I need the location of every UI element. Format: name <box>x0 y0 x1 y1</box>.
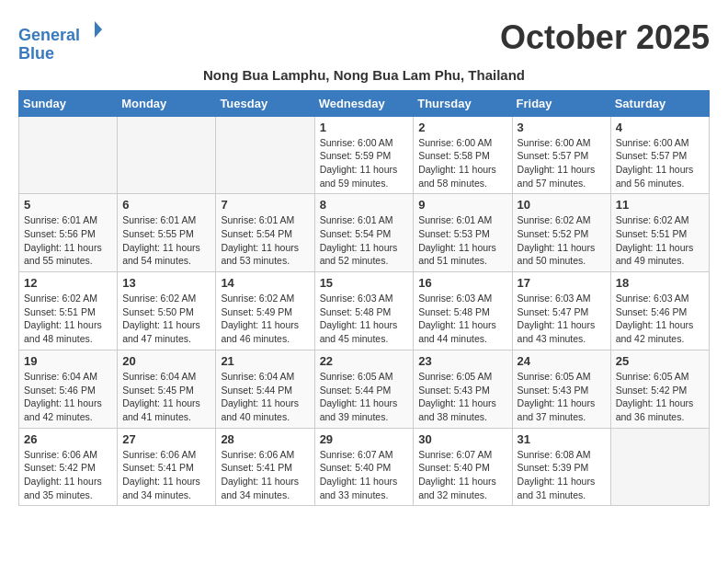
day-info: Sunrise: 6:00 AM Sunset: 5:57 PM Dayligh… <box>616 136 704 190</box>
calendar-cell: 11Sunrise: 6:02 AM Sunset: 5:51 PM Dayli… <box>610 194 709 272</box>
calendar-cell: 21Sunrise: 6:04 AM Sunset: 5:44 PM Dayli… <box>216 350 314 428</box>
day-number: 31 <box>518 432 606 446</box>
day-number: 14 <box>221 276 309 290</box>
day-number: 24 <box>518 354 606 368</box>
day-number: 22 <box>320 354 409 368</box>
day-info: Sunrise: 6:02 AM Sunset: 5:49 PM Dayligh… <box>221 292 309 346</box>
logo-line1: General <box>18 26 80 44</box>
day-info: Sunrise: 6:01 AM Sunset: 5:53 PM Dayligh… <box>418 213 506 268</box>
calendar-cell: 22Sunrise: 6:05 AM Sunset: 5:44 PM Dayli… <box>314 350 414 428</box>
weekday-header-row: SundayMondayTuesdayWednesdayThursdayFrid… <box>19 90 710 116</box>
logo-icon <box>82 18 104 40</box>
weekday-header-cell: Sunday <box>19 90 118 116</box>
calendar-body: 1Sunrise: 6:00 AM Sunset: 5:59 PM Daylig… <box>19 116 710 506</box>
calendar-cell: 8Sunrise: 6:01 AM Sunset: 5:54 PM Daylig… <box>314 194 414 272</box>
calendar-cell: 25Sunrise: 6:05 AM Sunset: 5:42 PM Dayli… <box>610 350 709 428</box>
calendar-table: SundayMondayTuesdayWednesdayThursdayFrid… <box>18 90 710 507</box>
day-info: Sunrise: 6:07 AM Sunset: 5:40 PM Dayligh… <box>418 448 506 502</box>
calendar-week-row: 12Sunrise: 6:02 AM Sunset: 5:51 PM Dayli… <box>19 272 710 350</box>
calendar-week-row: 19Sunrise: 6:04 AM Sunset: 5:46 PM Dayli… <box>19 350 710 428</box>
calendar-cell: 17Sunrise: 6:03 AM Sunset: 5:47 PM Dayli… <box>512 272 610 350</box>
calendar-cell: 7Sunrise: 6:01 AM Sunset: 5:54 PM Daylig… <box>216 194 314 272</box>
calendar-cell <box>19 116 118 194</box>
day-info: Sunrise: 6:02 AM Sunset: 5:51 PM Dayligh… <box>616 213 704 268</box>
calendar-cell: 30Sunrise: 6:07 AM Sunset: 5:40 PM Dayli… <box>414 428 512 506</box>
day-number: 3 <box>518 121 606 134</box>
page-header: General Blue October 2025 <box>18 18 710 63</box>
calendar-week-row: 26Sunrise: 6:06 AM Sunset: 5:42 PM Dayli… <box>19 428 710 506</box>
day-number: 5 <box>24 198 112 212</box>
calendar-cell: 4Sunrise: 6:00 AM Sunset: 5:57 PM Daylig… <box>610 116 709 194</box>
day-number: 20 <box>122 354 210 368</box>
day-number: 13 <box>122 276 210 290</box>
day-info: Sunrise: 6:03 AM Sunset: 5:47 PM Dayligh… <box>518 292 606 346</box>
day-number: 9 <box>418 198 506 212</box>
day-number: 4 <box>616 121 704 134</box>
weekday-header-cell: Friday <box>512 90 610 116</box>
calendar-cell <box>216 116 314 194</box>
day-number: 1 <box>320 121 409 134</box>
calendar-cell: 24Sunrise: 6:05 AM Sunset: 5:43 PM Dayli… <box>512 350 610 428</box>
day-info: Sunrise: 6:07 AM Sunset: 5:40 PM Dayligh… <box>320 448 409 502</box>
day-info: Sunrise: 6:03 AM Sunset: 5:46 PM Dayligh… <box>616 292 704 346</box>
day-number: 19 <box>24 354 112 368</box>
weekday-header-cell: Tuesday <box>216 90 314 116</box>
day-info: Sunrise: 6:01 AM Sunset: 5:54 PM Dayligh… <box>221 213 309 268</box>
calendar-cell: 14Sunrise: 6:02 AM Sunset: 5:49 PM Dayli… <box>216 272 314 350</box>
logo-line2: Blue <box>18 44 54 63</box>
day-number: 27 <box>122 432 210 446</box>
calendar-cell: 12Sunrise: 6:02 AM Sunset: 5:51 PM Dayli… <box>19 272 118 350</box>
day-info: Sunrise: 6:01 AM Sunset: 5:54 PM Dayligh… <box>320 213 409 268</box>
calendar-cell: 31Sunrise: 6:08 AM Sunset: 5:39 PM Dayli… <box>512 428 610 506</box>
calendar-cell: 10Sunrise: 6:02 AM Sunset: 5:52 PM Dayli… <box>512 194 610 272</box>
weekday-header-cell: Wednesday <box>314 90 414 116</box>
calendar-cell: 1Sunrise: 6:00 AM Sunset: 5:59 PM Daylig… <box>314 116 414 194</box>
calendar-week-row: 5Sunrise: 6:01 AM Sunset: 5:56 PM Daylig… <box>19 194 710 272</box>
day-info: Sunrise: 6:00 AM Sunset: 5:59 PM Dayligh… <box>320 136 409 190</box>
day-info: Sunrise: 6:04 AM Sunset: 5:45 PM Dayligh… <box>122 370 210 424</box>
day-number: 6 <box>122 198 210 212</box>
calendar-cell: 20Sunrise: 6:04 AM Sunset: 5:45 PM Dayli… <box>118 350 216 428</box>
day-info: Sunrise: 6:03 AM Sunset: 5:48 PM Dayligh… <box>320 292 409 346</box>
day-number: 11 <box>616 198 704 212</box>
logo-text: General Blue <box>18 18 104 63</box>
weekday-header-cell: Thursday <box>414 90 512 116</box>
day-number: 7 <box>221 198 309 212</box>
day-info: Sunrise: 6:08 AM Sunset: 5:39 PM Dayligh… <box>518 448 606 502</box>
logo: General Blue <box>18 18 104 63</box>
calendar-cell: 13Sunrise: 6:02 AM Sunset: 5:50 PM Dayli… <box>118 272 216 350</box>
day-info: Sunrise: 6:02 AM Sunset: 5:51 PM Dayligh… <box>24 292 112 346</box>
calendar-cell: 29Sunrise: 6:07 AM Sunset: 5:40 PM Dayli… <box>314 428 414 506</box>
day-info: Sunrise: 6:05 AM Sunset: 5:43 PM Dayligh… <box>518 370 606 424</box>
day-info: Sunrise: 6:06 AM Sunset: 5:42 PM Dayligh… <box>24 448 112 502</box>
calendar-cell: 6Sunrise: 6:01 AM Sunset: 5:55 PM Daylig… <box>118 194 216 272</box>
day-info: Sunrise: 6:01 AM Sunset: 5:55 PM Dayligh… <box>122 213 210 268</box>
day-info: Sunrise: 6:04 AM Sunset: 5:44 PM Dayligh… <box>221 370 309 424</box>
day-number: 26 <box>24 432 112 446</box>
day-number: 17 <box>518 276 606 290</box>
day-info: Sunrise: 6:05 AM Sunset: 5:43 PM Dayligh… <box>418 370 506 424</box>
calendar-cell: 19Sunrise: 6:04 AM Sunset: 5:46 PM Dayli… <box>19 350 118 428</box>
calendar-cell: 18Sunrise: 6:03 AM Sunset: 5:46 PM Dayli… <box>610 272 709 350</box>
svg-marker-0 <box>95 21 102 38</box>
day-info: Sunrise: 6:02 AM Sunset: 5:50 PM Dayligh… <box>122 292 210 346</box>
day-number: 15 <box>320 276 409 290</box>
day-number: 18 <box>616 276 704 290</box>
calendar-cell: 28Sunrise: 6:06 AM Sunset: 5:41 PM Dayli… <box>216 428 314 506</box>
day-info: Sunrise: 6:05 AM Sunset: 5:44 PM Dayligh… <box>320 370 409 424</box>
day-info: Sunrise: 6:01 AM Sunset: 5:56 PM Dayligh… <box>24 213 112 268</box>
day-info: Sunrise: 6:02 AM Sunset: 5:52 PM Dayligh… <box>518 213 606 268</box>
calendar-cell: 27Sunrise: 6:06 AM Sunset: 5:41 PM Dayli… <box>118 428 216 506</box>
day-number: 28 <box>221 432 309 446</box>
calendar-cell: 3Sunrise: 6:00 AM Sunset: 5:57 PM Daylig… <box>512 116 610 194</box>
calendar-cell: 26Sunrise: 6:06 AM Sunset: 5:42 PM Dayli… <box>19 428 118 506</box>
calendar-cell: 16Sunrise: 6:03 AM Sunset: 5:48 PM Dayli… <box>414 272 512 350</box>
day-info: Sunrise: 6:00 AM Sunset: 5:58 PM Dayligh… <box>418 136 506 190</box>
day-number: 10 <box>518 198 606 212</box>
day-info: Sunrise: 6:00 AM Sunset: 5:57 PM Dayligh… <box>518 136 606 190</box>
calendar-cell: 15Sunrise: 6:03 AM Sunset: 5:48 PM Dayli… <box>314 272 414 350</box>
calendar-cell: 23Sunrise: 6:05 AM Sunset: 5:43 PM Dayli… <box>414 350 512 428</box>
weekday-header-cell: Monday <box>118 90 216 116</box>
day-number: 23 <box>418 354 506 368</box>
weekday-header-cell: Saturday <box>610 90 709 116</box>
